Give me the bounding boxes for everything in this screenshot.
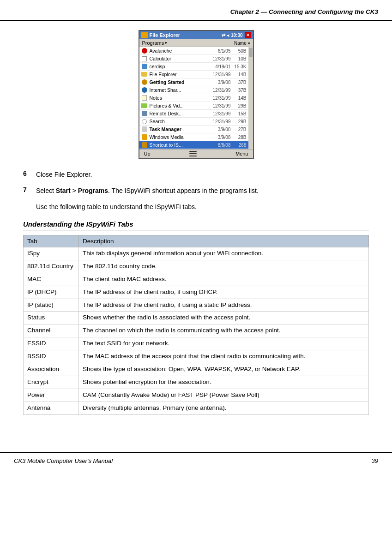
file-date: 3/9/08	[210, 135, 231, 140]
file-size: 37B	[233, 80, 247, 85]
step-6-number: 6	[23, 170, 36, 180]
menu-button[interactable]: Menu	[235, 151, 248, 156]
file-list: Avalanche6/1/0550BCalculator12/31/9910Bc…	[139, 47, 248, 149]
table-row: ChannelThe channel on which the radio is…	[24, 324, 369, 337]
table-cell-desc: Shows whether the radio is associated wi…	[79, 312, 369, 324]
table-cell-tab: ISpy	[24, 247, 79, 260]
file-size: 15B	[233, 111, 247, 116]
file-date: 12/31/99	[210, 119, 231, 124]
file-size: 27B	[233, 127, 247, 132]
list-item[interactable]: Avalanche6/1/0550B	[139, 47, 248, 55]
shortcut-icon	[141, 142, 148, 148]
intro-paragraph: Use the following table to understand th…	[36, 202, 369, 212]
footer-page-number: 39	[372, 457, 378, 464]
file-size: 37B	[233, 88, 247, 93]
windows-icon	[141, 134, 148, 140]
list-item[interactable]: Task Manager3/9/0827B	[139, 126, 248, 133]
list-item[interactable]: Windows Media3/9/0828B	[139, 133, 248, 141]
folder-icon	[141, 71, 148, 78]
titlebar-left: File Explorer	[141, 32, 181, 38]
titlebar-icons: ⇄ ◂	[222, 33, 229, 38]
table-cell-tab: Encrypt	[24, 376, 79, 389]
grid-icon	[189, 151, 197, 156]
file-size: 15.3K	[233, 64, 247, 69]
list-item[interactable]: Notes12/31/9914B	[139, 94, 248, 102]
list-item[interactable]: Remote Desk...12/31/9915B	[139, 110, 248, 118]
close-icon: ✕	[246, 33, 250, 37]
step-7-text: Select Start > Programs. The ISpyWiFi sh…	[36, 186, 259, 196]
file-size: 28B	[233, 135, 247, 140]
file-name: Windows Media	[150, 134, 208, 140]
list-item[interactable]: cerdisp4/19/0115.3K	[139, 63, 248, 71]
table-cell-tab: ESSID	[24, 337, 79, 350]
table-cell-desc: CAM (Constantly Awake Mode) or FAST PSP …	[79, 389, 369, 402]
table-cell-desc: The client radio MAC address.	[79, 273, 369, 286]
file-size: 268	[233, 143, 247, 148]
list-item[interactable]: Shortcut to IS...8/8/08268	[139, 141, 248, 149]
list-item[interactable]: File Explorer12/31/9914B	[139, 71, 248, 78]
file-name: Remote Desk...	[150, 111, 208, 116]
remote-icon	[141, 110, 148, 117]
screenshot-wrapper: File Explorer ⇄ ◂ 10:30 ✕ Programs ▾ Nam	[23, 30, 369, 159]
pictures-icon	[141, 102, 148, 109]
ispy-tabs-table: Tab Description ISpyThis tab displays ge…	[23, 235, 369, 415]
titlebar-time: 10:30	[231, 33, 243, 38]
app-name: File Explorer	[150, 32, 181, 38]
table-cell-tab: Status	[24, 312, 79, 324]
programs-label[interactable]: Programs	[142, 40, 164, 46]
toolbar-left: Programs ▾	[142, 40, 168, 46]
file-name: Notes	[150, 95, 208, 101]
file-name: cerdisp	[150, 64, 208, 69]
table-cell-tab: MAC	[24, 273, 79, 286]
table-row: AntennaDiversity (multiple antennas, Pri…	[24, 402, 369, 414]
file-date: 12/31/99	[210, 103, 231, 108]
page-content: File Explorer ⇄ ◂ 10:30 ✕ Programs ▾ Nam	[0, 30, 392, 443]
table-cell-tab: IP (static)	[24, 299, 79, 312]
table-cell-desc: The text SSID for your network.	[79, 337, 369, 350]
file-date: 3/9/08	[210, 127, 231, 132]
table-row: IP (DHCP)The IP address of the client ra…	[24, 286, 369, 299]
file-name: Pictures & Vid...	[150, 103, 208, 108]
name-dropdown-icon[interactable]: ▾	[248, 41, 250, 46]
table-cell-desc: The IP address of the client radio, if u…	[79, 286, 369, 299]
list-item[interactable]: Internet Shar...12/31/9937B	[139, 86, 248, 94]
titlebar-right: ⇄ ◂ 10:30 ✕	[222, 32, 251, 38]
table-row: BSSIDThe MAC address of the access point…	[24, 350, 369, 363]
list-item[interactable]: Search12/31/9929B	[139, 118, 248, 126]
file-list-area: Avalanche6/1/0550BCalculator12/31/9910Bc…	[139, 47, 253, 149]
table-row: MACThe client radio MAC address.	[24, 273, 369, 286]
table-cell-tab: 802.11d Country	[24, 260, 79, 273]
scrollbar[interactable]	[248, 47, 253, 149]
table-cell-desc: This tab displays general information ab…	[79, 247, 369, 260]
table-cell-desc: The MAC address of the access point that…	[79, 350, 369, 363]
up-button[interactable]: Up	[144, 151, 151, 156]
task-icon	[141, 126, 148, 132]
table-row: ISpyThis tab displays general informatio…	[24, 247, 369, 260]
file-name: File Explorer	[150, 72, 208, 77]
list-item[interactable]: Getting Started3/9/0837B	[139, 78, 248, 86]
file-size: 50B	[233, 48, 247, 54]
table-header-tab: Tab	[24, 235, 79, 247]
cerdisp-icon	[141, 63, 148, 70]
calc-icon	[141, 55, 148, 62]
file-size: 29B	[233, 103, 247, 108]
avalanche-icon	[141, 48, 148, 54]
table-cell-desc: Diversity (multiple antennas, Primary (o…	[79, 402, 369, 414]
list-item[interactable]: Pictures & Vid...12/31/9929B	[139, 102, 248, 110]
internet-icon	[141, 87, 148, 93]
file-size: 29B	[233, 119, 247, 124]
device-screen: File Explorer ⇄ ◂ 10:30 ✕ Programs ▾ Nam	[139, 30, 254, 159]
page-footer: CK3 Mobile Computer User's Manual 39	[0, 452, 392, 469]
name-label[interactable]: Name	[234, 41, 247, 46]
close-button[interactable]: ✕	[245, 32, 251, 38]
notes-icon	[141, 95, 148, 101]
table-cell-tab: Channel	[24, 324, 79, 337]
list-item[interactable]: Calculator12/31/9910B	[139, 55, 248, 63]
table-cell-desc: Shows potential encryption for the assoc…	[79, 376, 369, 389]
step-7: 7 Select Start > Programs. The ISpyWiFi …	[23, 186, 369, 196]
table-cell-tab: IP (DHCP)	[24, 286, 79, 299]
programs-dropdown-icon[interactable]: ▾	[165, 41, 167, 45]
table-row: ESSIDThe text SSID for your network.	[24, 337, 369, 350]
section-heading: Understanding the ISpyWiFi Tabs	[23, 220, 369, 230]
table-cell-desc: The channel on which the radio is commun…	[79, 324, 369, 337]
